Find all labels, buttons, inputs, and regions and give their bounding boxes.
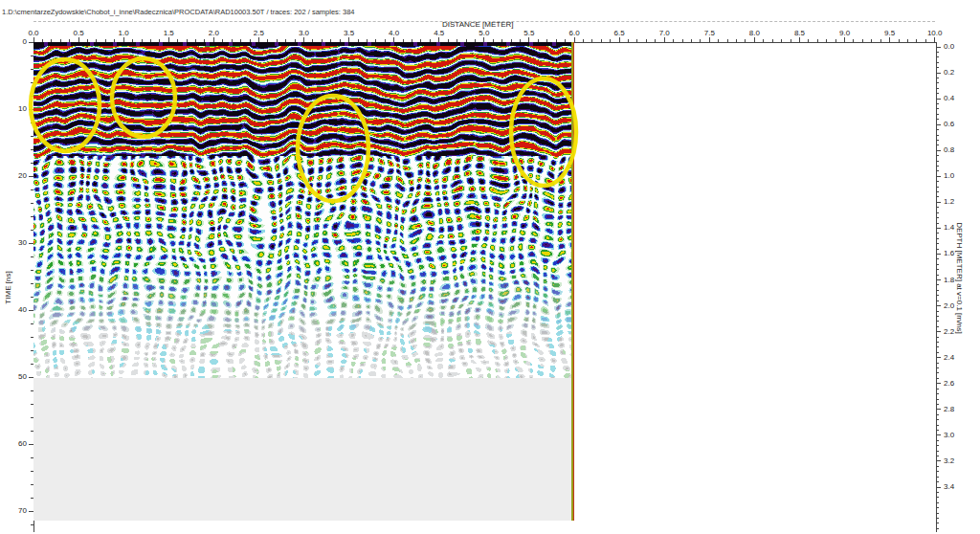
- distance-minor-tick: [628, 39, 629, 42]
- depth-tick-label: 2.8: [944, 405, 963, 413]
- radargram-canvas: [33, 42, 574, 521]
- depth-tick-label: 2.2: [944, 327, 963, 336]
- distance-tick-label: 1.0: [112, 29, 135, 37]
- depth-major-tick: [936, 279, 941, 280]
- distance-tick-label: 10.0: [924, 29, 947, 37]
- depth-tick-label: 3.2: [944, 456, 963, 465]
- time-tick-label: 10: [10, 104, 27, 113]
- depth-minor-tick: [936, 477, 939, 478]
- distance-tick-label: 9.5: [879, 29, 902, 37]
- depth-minor-tick: [936, 471, 939, 472]
- depth-minor-tick: [936, 404, 939, 405]
- distance-minor-tick: [636, 39, 637, 42]
- depth-major-tick: [936, 228, 941, 229]
- depth-tick-label: 0.8: [944, 145, 963, 154]
- depth-major-tick: [936, 202, 941, 203]
- distance-tick-label: 2.0: [202, 29, 225, 37]
- depth-major-tick: [936, 150, 941, 151]
- distance-minor-tick: [808, 39, 809, 42]
- depth-minor-tick: [936, 103, 939, 104]
- distance-minor-tick: [763, 39, 764, 42]
- depth-minor-tick: [936, 295, 939, 296]
- distance-major-tick: [934, 37, 935, 42]
- depth-minor-tick: [936, 389, 939, 389]
- distance-tick-label: 1.5: [157, 29, 180, 37]
- depth-minor-tick: [936, 93, 939, 94]
- depth-minor-tick: [936, 78, 939, 78]
- distance-minor-tick: [826, 39, 827, 42]
- depth-minor-tick: [936, 233, 939, 234]
- depth-minor-tick: [936, 62, 939, 63]
- distance-minor-tick: [907, 39, 908, 42]
- depth-major-tick: [936, 487, 941, 488]
- depth-minor-tick: [936, 342, 939, 343]
- distance-minor-tick: [610, 39, 611, 42]
- distance-minor-tick: [646, 39, 647, 42]
- distance-minor-tick: [916, 39, 917, 42]
- depth-minor-tick: [936, 290, 939, 291]
- depth-major-tick: [936, 73, 941, 74]
- depth-minor-tick: [936, 82, 939, 83]
- distance-minor-tick: [817, 39, 818, 42]
- distance-minor-tick: [601, 39, 602, 42]
- depth-minor-tick: [936, 212, 939, 213]
- depth-minor-tick: [936, 518, 939, 519]
- distance-minor-tick: [791, 39, 791, 42]
- distance-minor-tick: [871, 39, 872, 42]
- distance-minor-tick: [591, 39, 592, 42]
- distance-tick-label: 2.5: [247, 29, 270, 37]
- distance-major-tick: [754, 37, 755, 42]
- depth-tick-label: 3.0: [944, 431, 963, 439]
- distance-major-tick: [664, 37, 665, 42]
- depth-tick-label: 1.4: [944, 223, 963, 232]
- depth-major-tick: [936, 409, 941, 410]
- depth-major-tick: [936, 124, 941, 125]
- distance-tick-label: 8.5: [788, 29, 811, 37]
- depth-minor-tick: [936, 166, 939, 167]
- depth-minor-tick: [936, 430, 939, 431]
- depth-minor-tick: [936, 145, 939, 145]
- time-tick-label: 30: [10, 238, 27, 247]
- depth-tick-label: 0.0: [944, 42, 963, 51]
- depth-minor-tick: [936, 419, 939, 420]
- distance-tick-label: 9.0: [834, 29, 857, 37]
- depth-minor-tick: [936, 114, 939, 115]
- depth-tick-label: 0.4: [944, 94, 963, 102]
- depth-minor-tick: [936, 399, 939, 400]
- time-tick-label: 50: [10, 372, 27, 381]
- depth-minor-tick: [936, 352, 939, 353]
- depth-minor-tick: [936, 161, 939, 162]
- distance-tick-label: 7.5: [698, 29, 721, 37]
- depth-minor-tick: [936, 217, 939, 218]
- time-tick-label: 60: [10, 439, 27, 448]
- depth-minor-tick: [936, 275, 939, 276]
- depth-minor-tick: [936, 67, 939, 68]
- depth-minor-tick: [936, 108, 939, 109]
- distance-minor-tick: [691, 39, 692, 42]
- depth-minor-tick: [936, 346, 939, 347]
- depth-minor-tick: [936, 300, 939, 301]
- depth-minor-tick: [936, 326, 939, 327]
- distance-tick-label: 4.5: [428, 29, 451, 37]
- depth-minor-tick: [936, 52, 939, 53]
- depth-minor-tick: [936, 264, 939, 265]
- time-tick-label: 20: [10, 171, 27, 180]
- depth-minor-tick: [936, 513, 939, 514]
- depth-tick-label: 2.6: [944, 379, 963, 388]
- distance-minor-tick: [899, 39, 900, 42]
- depth-tick-label: 1.6: [944, 249, 963, 257]
- depth-minor-tick: [936, 440, 939, 441]
- depth-major-tick: [936, 331, 941, 332]
- depth-minor-tick: [936, 528, 939, 529]
- distance-minor-tick: [781, 39, 782, 42]
- depth-minor-tick: [936, 378, 939, 379]
- depth-tick-label: 0.6: [944, 120, 963, 128]
- depth-major-tick: [936, 383, 941, 384]
- distance-major-tick: [619, 37, 620, 42]
- distance-minor-tick: [655, 39, 656, 42]
- distance-minor-tick: [718, 39, 719, 42]
- depth-minor-tick: [936, 140, 939, 141]
- depth-tick-label: 2.0: [944, 301, 963, 310]
- distance-minor-tick: [772, 39, 773, 42]
- depth-minor-tick: [936, 129, 939, 130]
